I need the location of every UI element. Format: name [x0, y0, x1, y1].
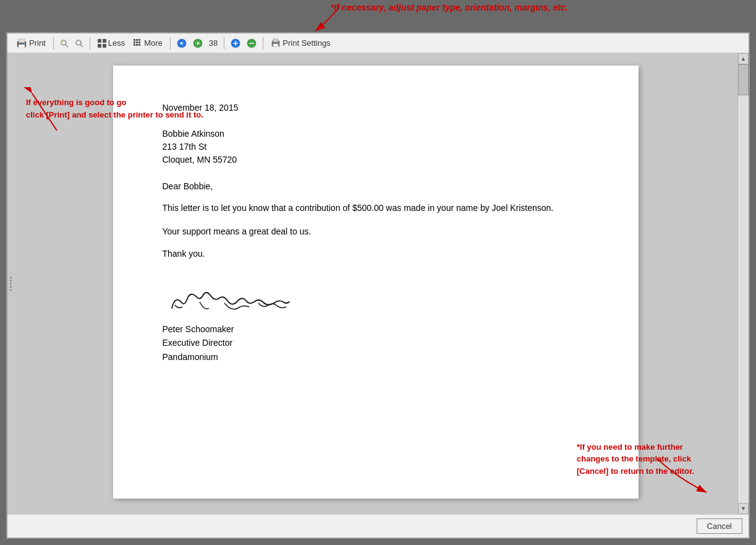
- handle-dot: [10, 289, 12, 291]
- scrollbar-up-button[interactable]: ▲: [738, 53, 749, 64]
- less-button[interactable]: Less: [94, 37, 129, 49]
- scrollbar-thumb[interactable]: [738, 64, 749, 95]
- svg-rect-3: [19, 45, 25, 48]
- print-button[interactable]: Print: [12, 37, 49, 49]
- nav-prev-button[interactable]: [174, 37, 189, 49]
- annotation-left-line2: click [Print] and select the printer to …: [26, 109, 203, 121]
- nav-next-button[interactable]: [190, 37, 205, 49]
- scrollbar-track-inner: [738, 95, 749, 503]
- globe-prev-icon: [177, 38, 187, 48]
- address-line2: 213 17th St: [163, 140, 589, 153]
- annotation-left-line1: If everything is good to go: [26, 97, 203, 109]
- print-label: Print: [29, 38, 46, 48]
- handle-dot: [10, 283, 12, 285]
- zoom-in-icon: [231, 38, 240, 48]
- svg-rect-14: [134, 39, 135, 41]
- print-settings-button[interactable]: Print Settings: [267, 37, 334, 49]
- svg-rect-41: [273, 39, 278, 42]
- svg-rect-20: [134, 44, 135, 46]
- letter-body-1: This letter is to let you know that a co…: [163, 201, 589, 215]
- footer: Cancel: [7, 514, 749, 538]
- find-button[interactable]: [72, 38, 86, 49]
- print-settings-icon: [271, 38, 281, 48]
- letter-body-2: Your support means a great deal to us.: [163, 225, 589, 238]
- svg-rect-22: [138, 44, 140, 46]
- page-count: 38: [209, 38, 218, 48]
- signature-svg: [163, 283, 299, 317]
- letter-sender: Peter Schoomaker Executive Director Pand…: [163, 322, 589, 364]
- handle-dot: [10, 280, 12, 281]
- zoom-in-button[interactable]: [228, 37, 243, 49]
- address-line1: Bobbie Atkinson: [163, 127, 589, 140]
- svg-rect-2: [19, 39, 25, 43]
- print-dialog: Print Less: [6, 32, 750, 539]
- separator-4: [224, 37, 224, 49]
- svg-line-6: [66, 45, 68, 47]
- svg-rect-10: [98, 39, 101, 43]
- print-settings-label: Print Settings: [282, 38, 330, 48]
- svg-rect-21: [136, 44, 138, 46]
- separator-3: [170, 37, 171, 49]
- more-icon: [134, 39, 142, 48]
- toolbar: Print Less: [7, 33, 749, 53]
- annotation-left: If everything is good to go click [Print…: [26, 97, 203, 121]
- letter-date: November 18, 2015: [163, 103, 589, 113]
- sender-org: Pandamonium: [163, 350, 589, 364]
- svg-point-4: [24, 43, 25, 44]
- scrollbar[interactable]: ▲ ▼: [737, 53, 749, 514]
- top-annotation: *If necessary, adjust paper type, orient…: [331, 2, 568, 12]
- letter-paper: November 18, 2015 Bobbie Atkinson 213 17…: [113, 66, 639, 499]
- more-label: More: [144, 38, 163, 48]
- handle-dot: [10, 277, 12, 278]
- svg-point-7: [62, 41, 63, 42]
- separator-1: [53, 37, 54, 49]
- cancel-button[interactable]: Cancel: [697, 518, 742, 534]
- handle-dot: [10, 286, 12, 288]
- svg-rect-13: [103, 44, 106, 48]
- svg-rect-11: [103, 39, 106, 43]
- svg-point-8: [76, 40, 81, 45]
- sender-title: Executive Director: [163, 336, 589, 350]
- letter-salutation: Dear Bobbie,: [163, 181, 589, 191]
- svg-rect-15: [136, 39, 138, 41]
- svg-rect-17: [134, 41, 135, 43]
- separator-2: [90, 37, 90, 49]
- globe-next-icon: [193, 38, 203, 48]
- signature: [163, 283, 589, 317]
- more-button[interactable]: More: [130, 37, 166, 49]
- less-label: Less: [108, 38, 125, 48]
- search-icon: [60, 39, 69, 48]
- content-area: If everything is good to go click [Print…: [7, 53, 749, 514]
- left-handle[interactable]: [7, 53, 14, 514]
- svg-rect-19: [138, 41, 140, 43]
- less-icon: [98, 39, 106, 48]
- letter-address: Bobbie Atkinson 213 17th St Cloquet, MN …: [163, 127, 589, 166]
- printer-icon: [16, 38, 27, 48]
- svg-rect-12: [98, 44, 101, 48]
- svg-rect-18: [136, 41, 138, 43]
- zoom-out-button[interactable]: [244, 37, 259, 49]
- address-line3: Cloquet, MN 55720: [163, 153, 589, 166]
- separator-5: [263, 37, 263, 49]
- find-icon: [75, 39, 83, 48]
- zoom-out-icon: [247, 38, 257, 48]
- sender-name: Peter Schoomaker: [163, 322, 589, 336]
- scrollbar-down-button[interactable]: ▼: [738, 503, 749, 514]
- svg-point-5: [61, 40, 66, 45]
- search-button[interactable]: [57, 38, 71, 49]
- paper-scroll-area[interactable]: If everything is good to go click [Print…: [14, 53, 737, 514]
- svg-rect-42: [273, 44, 278, 46]
- annotation-right: *If you need to make further changes to …: [577, 441, 707, 478]
- svg-line-9: [80, 45, 83, 47]
- letter-closing: Thank you.: [163, 249, 589, 259]
- svg-rect-16: [138, 39, 140, 41]
